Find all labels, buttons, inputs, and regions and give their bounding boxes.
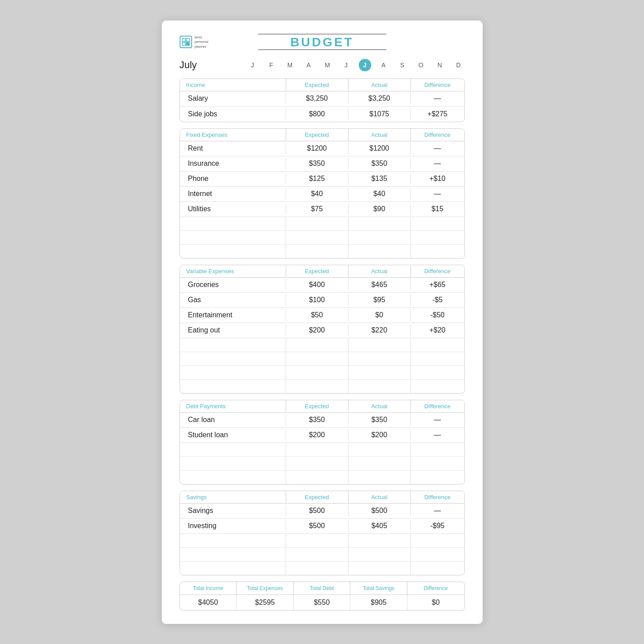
debt-section: Debt Payments Expected Actual Difference… xyxy=(180,400,465,484)
savings-label: Savings xyxy=(180,491,286,503)
debt-label: Debt Payments xyxy=(180,400,286,412)
svg-rect-1 xyxy=(186,38,189,41)
total-expenses-header: Total Expenses xyxy=(237,582,294,595)
month-tab-apr[interactable]: A xyxy=(303,59,315,71)
variable-expected-3: $200 xyxy=(286,324,349,336)
income-header-row: Income Expected Actual Difference xyxy=(180,79,464,91)
fixed-diff-0: — xyxy=(411,143,464,154)
fixed-row-1: Insurance $350 $350 — xyxy=(180,156,464,172)
savings-diff-0: — xyxy=(411,505,464,517)
variable-expenses-section: Variable Expenses Expected Actual Differ… xyxy=(180,265,465,394)
month-tab-feb[interactable]: F xyxy=(265,59,278,71)
month-tab-mar[interactable]: M xyxy=(284,59,296,71)
totals-section: Total Income Total Expenses Total Debt T… xyxy=(180,582,465,611)
month-tab-dec[interactable]: D xyxy=(452,59,465,71)
variable-row-0: Groceries $400 $465 +$65 xyxy=(180,278,464,293)
fixed-expected-0: $1200 xyxy=(286,143,349,154)
income-diff-0: — xyxy=(411,93,464,104)
fixed-name-2: Phone xyxy=(180,173,286,185)
fixed-row-3: Internet $40 $40 — xyxy=(180,187,464,202)
fixed-expected-1: $350 xyxy=(286,158,349,169)
variable-expected-2: $50 xyxy=(286,309,349,321)
debt-row-0: Car loan $350 $350 — xyxy=(180,413,464,428)
totals-data: $4050 $2595 $550 $905 $0 xyxy=(180,595,464,610)
page-title: BUDGET xyxy=(215,35,429,49)
variable-expected-0: $400 xyxy=(286,279,349,291)
savings-empty-1 xyxy=(180,548,464,562)
month-tab-oct[interactable]: O xyxy=(415,59,427,71)
debt-empty-1 xyxy=(180,457,464,471)
logo-icon xyxy=(180,36,192,48)
income-expected-0: $3,250 xyxy=(286,93,349,104)
savings-actual-1: $405 xyxy=(349,520,411,532)
income-row-1: Side jobs $800 $1075 +$275 xyxy=(180,107,464,122)
savings-expected-0: $500 xyxy=(286,505,349,517)
fixed-diff-2: +$10 xyxy=(411,173,464,185)
fixed-empty-0 xyxy=(180,217,464,231)
fixed-diff-4: $15 xyxy=(411,203,464,215)
debt-name-0: Car loan xyxy=(180,414,286,426)
total-difference-header: Difference xyxy=(407,582,464,595)
savings-name-1: Investing xyxy=(180,520,286,532)
variable-row-1: Gas $100 $95 -$5 xyxy=(180,293,464,308)
header: bess personal planner BUDGET xyxy=(180,34,465,51)
variable-label: Variable Expenses xyxy=(180,265,286,277)
savings-expected-header: Expected xyxy=(286,491,349,503)
fixed-expenses-section: Fixed Expenses Expected Actual Differenc… xyxy=(180,128,465,258)
variable-actual-1: $95 xyxy=(349,294,411,306)
variable-header-row: Variable Expenses Expected Actual Differ… xyxy=(180,265,464,278)
income-name-0: Salary xyxy=(180,93,286,104)
fixed-name-4: Utilities xyxy=(180,203,286,215)
income-expected-header: Expected xyxy=(286,79,349,91)
fixed-name-3: Internet xyxy=(180,188,286,200)
savings-row-1: Investing $500 $405 -$95 xyxy=(180,519,464,534)
debt-row-1: Student loan $200 $200 — xyxy=(180,428,464,443)
income-actual-0: $3,250 xyxy=(349,93,411,104)
variable-actual-2: $0 xyxy=(349,309,411,321)
total-debt-value: $550 xyxy=(294,595,351,610)
month-tab-jun[interactable]: J xyxy=(340,59,353,71)
month-tab-aug[interactable]: A xyxy=(377,59,390,71)
title-area: BUDGET xyxy=(215,34,429,51)
total-difference-value: $0 xyxy=(407,595,464,610)
fixed-diff-3: — xyxy=(411,188,464,200)
month-tab-nov[interactable]: N xyxy=(434,59,446,71)
savings-actual-header: Actual xyxy=(349,491,411,503)
income-label: Income xyxy=(180,79,286,91)
income-expected-1: $800 xyxy=(286,108,349,120)
income-name-1: Side jobs xyxy=(180,108,286,120)
month-tab-jan[interactable]: J xyxy=(246,59,259,71)
fixed-diff-1: — xyxy=(411,158,464,169)
fixed-actual-0: $1200 xyxy=(349,143,411,154)
variable-diff-1: -$5 xyxy=(411,294,464,306)
debt-expected-header: Expected xyxy=(286,400,349,412)
svg-rect-2 xyxy=(182,42,185,45)
savings-expected-1: $500 xyxy=(286,520,349,532)
fixed-row-2: Phone $125 $135 +$10 xyxy=(180,172,464,187)
income-row-0: Salary $3,250 $3,250 — xyxy=(180,91,464,107)
month-tab-jul[interactable]: J xyxy=(359,59,371,71)
savings-row-0: Savings $500 $500 — xyxy=(180,504,464,519)
debt-expected-1: $200 xyxy=(286,429,349,441)
income-actual-header: Actual xyxy=(349,79,411,91)
fixed-name-0: Rent xyxy=(180,143,286,154)
fixed-empty-1 xyxy=(180,231,464,245)
debt-empty-2 xyxy=(180,471,464,484)
savings-empty-0 xyxy=(180,534,464,548)
month-tab-may[interactable]: M xyxy=(321,59,334,71)
fixed-header-row: Fixed Expenses Expected Actual Differenc… xyxy=(180,129,464,141)
variable-name-2: Entertainment xyxy=(180,309,286,321)
fixed-expected-3: $40 xyxy=(286,188,349,200)
debt-diff-1: — xyxy=(411,429,464,441)
savings-empty-2 xyxy=(180,562,464,575)
variable-name-3: Eating out xyxy=(180,324,286,336)
current-month: July xyxy=(180,59,215,71)
variable-diff-0: +$65 xyxy=(411,279,464,291)
month-tab-sep[interactable]: S xyxy=(396,59,409,71)
variable-empty-2 xyxy=(180,366,464,380)
variable-difference-header: Difference xyxy=(411,265,464,277)
fixed-row-4: Utilities $75 $90 $15 xyxy=(180,202,464,217)
fixed-row-0: Rent $1200 $1200 — xyxy=(180,141,464,156)
total-income-header: Total Income xyxy=(180,582,237,595)
total-income-value: $4050 xyxy=(180,595,237,610)
